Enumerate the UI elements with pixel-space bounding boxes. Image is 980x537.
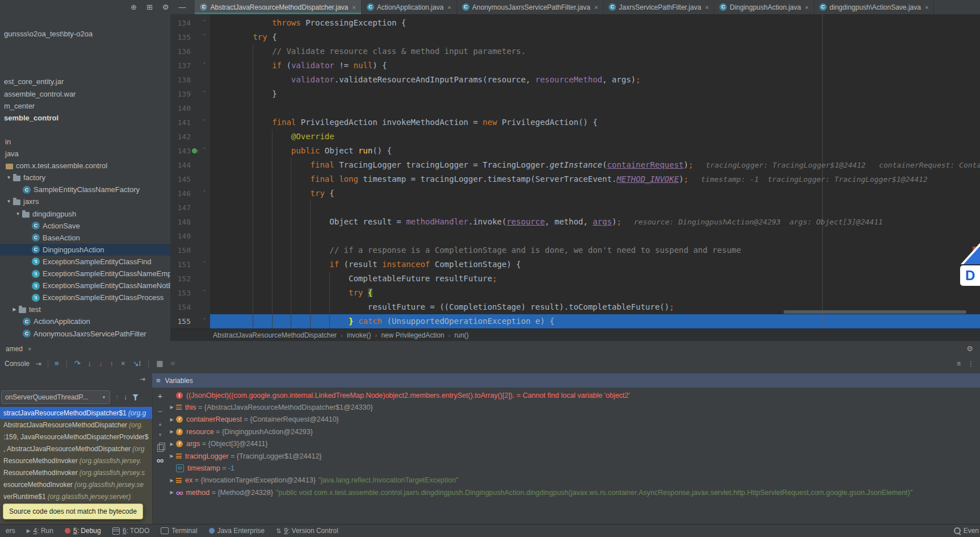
- expand-icon[interactable]: ▶: [167, 442, 176, 447]
- toolwindow-settings-gear-icon[interactable]: ⚙: [966, 344, 973, 353]
- breadcrumb-item[interactable]: invoke(): [347, 331, 371, 339]
- tree-item[interactable]: CSampleEntityClassNameFactory: [0, 184, 170, 195]
- step-into-icon[interactable]: ↓: [88, 360, 92, 367]
- frame-down-icon[interactable]: ↓: [124, 393, 127, 401]
- chevron-down-icon[interactable]: ▼: [5, 199, 13, 204]
- pin-icon[interactable]: ⇥: [140, 375, 145, 383]
- force-step-into-icon[interactable]: ↓: [99, 360, 103, 367]
- tree-item[interactable]: ▼jaxrs: [0, 195, 170, 207]
- editor-tab[interactable]: CJaxrsServicePathFilter.java×: [604, 0, 714, 14]
- tree-item[interactable]: ▼factory: [0, 172, 170, 184]
- code-line[interactable]: try {: [210, 186, 980, 201]
- code-line[interactable]: // if a response is a CompletionStage an…: [210, 243, 980, 257]
- editor-tab[interactable]: Cdingdingpush\ActionSave.java×: [814, 0, 934, 14]
- duplicate-watch-icon[interactable]: [157, 444, 164, 452]
- expand-icon[interactable]: ▶: [167, 453, 176, 459]
- show-execution-point-icon[interactable]: ≡: [55, 360, 59, 367]
- tree-item[interactable]: in: [0, 136, 170, 148]
- tree-item[interactable]: ▼dingdingpush: [0, 208, 170, 220]
- editor-tab[interactable]: CAbstractJavaResourceMethodDispatcher.ja…: [195, 0, 361, 14]
- editor-tab[interactable]: CActionApplication.java×: [362, 0, 457, 14]
- fold-region-icon[interactable]: ˇ: [200, 289, 208, 297]
- code-line[interactable]: validator.validateResourceAndInputParams…: [210, 73, 980, 87]
- tree-item[interactable]: ▶test: [0, 303, 170, 315]
- mute-breakpoints-icon[interactable]: ≡: [171, 360, 175, 367]
- code-line[interactable]: final TracingLogger tracingLogger = Trac…: [210, 158, 980, 172]
- chevron-down-icon[interactable]: ▼: [5, 175, 13, 180]
- layout-settings-icon[interactable]: ≡: [957, 360, 961, 368]
- fold-region-icon[interactable]: ˇ: [200, 62, 208, 70]
- expand-icon[interactable]: ▶: [167, 417, 176, 422]
- fold-region-icon[interactable]: ˇ: [200, 190, 208, 198]
- filter-frames-icon[interactable]: [132, 394, 139, 401]
- statusbar-item-versioncontrol[interactable]: ⇅9: Version Control: [270, 524, 344, 537]
- tree-item[interactable]: ↯ExceptionSampleEntityClassProcess: [0, 292, 170, 303]
- window-split-icon[interactable]: ⊞: [146, 3, 153, 11]
- statusbar-item-ers[interactable]: ers: [0, 524, 21, 537]
- code-line[interactable]: Object result = methodHandler.invoke(res…: [210, 215, 980, 229]
- fold-region-icon[interactable]: ˇ: [200, 119, 208, 127]
- drop-frame-icon[interactable]: ×: [121, 360, 125, 367]
- fold-end-icon[interactable]: ˆ: [200, 318, 208, 326]
- fold-region-icon[interactable]: ˇ: [200, 147, 208, 155]
- tab-close-icon[interactable]: ×: [594, 4, 598, 11]
- code-line[interactable]: try {: [210, 30, 980, 44]
- code-line[interactable]: [210, 101, 980, 115]
- editor-tab[interactable]: CDingingpushAction.java×: [714, 0, 814, 14]
- variable-row[interactable]: ▶fresource = {DingingpushAction@24293}: [167, 426, 980, 438]
- code-line[interactable]: [210, 201, 980, 215]
- chevron-right-icon[interactable]: ▶: [10, 307, 19, 312]
- horizontal-scrollbar[interactable]: [784, 310, 966, 314]
- tree-item[interactable]: CActionApplication: [0, 315, 170, 327]
- code-line[interactable]: final PrivilegedAction invokeMethodActio…: [210, 115, 980, 130]
- console-tab[interactable]: Console: [5, 360, 30, 368]
- remove-watch-icon[interactable]: −: [158, 406, 163, 416]
- variable-row[interactable]: ▶ex = {InvocationTargetException@24413}"…: [167, 474, 980, 486]
- expand-icon[interactable]: ▶: [167, 490, 176, 495]
- tree-item[interactable]: assemble_control.war: [0, 88, 170, 100]
- code-line[interactable]: final long timestamp = tracingLogger.tim…: [210, 172, 980, 186]
- code-line[interactable]: // Validate resource class & method inpu…: [210, 44, 980, 59]
- show-watches-icon[interactable]: oo: [157, 457, 164, 464]
- code-area[interactable]: throws ProcessingException { try { // Va…: [210, 14, 980, 328]
- stack-frame-row[interactable]: , AbstractJavaResourceMethodDispatcher (…: [0, 443, 152, 455]
- more-options-icon[interactable]: ⋮: [968, 360, 974, 368]
- scroll-to-end-icon[interactable]: ⇥: [36, 360, 41, 368]
- tree-item[interactable]: ↯ExceptionSampleEntityClassNameEmpty: [0, 268, 170, 280]
- step-over-icon[interactable]: ↷: [74, 360, 81, 367]
- thread-dropdown[interactable]: onServerQueuedThreadP... ▼: [1, 390, 110, 404]
- variable-row[interactable]: ▶this = {AbstractJavaResourceMethodDispa…: [167, 401, 980, 413]
- navigate-globe-icon[interactable]: ⊕: [131, 3, 137, 11]
- stack-frame-row[interactable]: verRuntime$1 (org.glassfish.jersey.serve…: [0, 490, 152, 502]
- breadcrumb-item[interactable]: run(): [454, 331, 468, 339]
- tab-close-icon[interactable]: ×: [805, 4, 809, 11]
- code-line[interactable]: } catch (UnsupportedOperationException e…: [210, 314, 980, 328]
- statusbar-item-terminal[interactable]: Terminal: [155, 524, 203, 537]
- chevron-down-icon[interactable]: ▼: [14, 211, 22, 217]
- code-line[interactable]: public Object run() {: [210, 144, 980, 158]
- code-line[interactable]: throws ProcessingException {: [210, 16, 980, 30]
- statusbar-item-todo[interactable]: 6: TODO: [107, 524, 156, 537]
- variable-row[interactable]: ▶fargs = {Object[3]@24411}: [167, 438, 980, 450]
- editor-tab[interactable]: CAnonymousJaxrsServicePathFilter.java×: [457, 0, 604, 14]
- move-down-icon[interactable]: ▼: [158, 432, 162, 438]
- frame-up-icon[interactable]: ↑: [115, 393, 119, 401]
- add-watch-icon[interactable]: +: [158, 391, 163, 401]
- step-out-icon[interactable]: ↑: [110, 360, 114, 367]
- code-line[interactable]: if (result instanceof CompletionStage) {: [210, 257, 980, 272]
- variable-row[interactable]: 01timestamp = -1: [167, 462, 980, 474]
- evaluate-expression-icon[interactable]: ▦: [156, 360, 163, 367]
- tree-item[interactable]: CActionSave: [0, 220, 170, 232]
- tree-item[interactable]: ↯ExceptionSampleEntityClassNameNotExists: [0, 280, 170, 292]
- variable-row[interactable]: !((JsonObject)((com.google.gson.internal…: [167, 389, 980, 401]
- fold-region-icon[interactable]: ˇ: [200, 34, 208, 41]
- statusbar-item-debug[interactable]: 5: Debug: [59, 524, 107, 537]
- debug-window-tab[interactable]: amed ×: [0, 341, 37, 356]
- tree-item[interactable]: m_center: [0, 100, 170, 112]
- stack-frame-row[interactable]: :159, JavaResourceMethodDispatcherProvid…: [0, 431, 152, 443]
- fold-end-icon[interactable]: ˆ: [200, 90, 208, 98]
- tree-item[interactable]: gunsss\o2oa_test\bty-o2oa: [0, 28, 170, 40]
- stack-frame-row[interactable]: AbstractJavaResourceMethodDispatcher (or…: [0, 419, 152, 431]
- code-line[interactable]: try {: [210, 286, 980, 300]
- stack-frame-row[interactable]: ResourceMethodInvoker (org.glassfish.jer…: [0, 467, 152, 478]
